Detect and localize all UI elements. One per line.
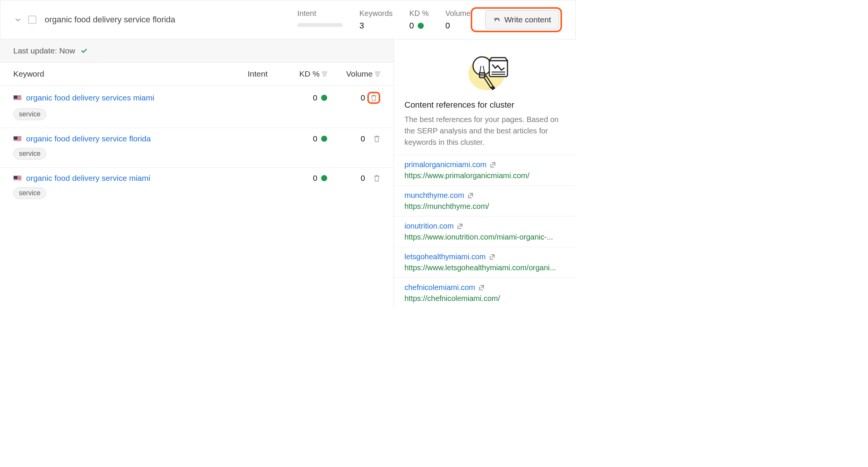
metric-volume-label: Volume <box>445 9 471 18</box>
reference-domain-text: munchthyme.com <box>404 191 464 200</box>
metric-keywords-label: Keywords <box>359 9 393 18</box>
references-panel: Content references for cluster The best … <box>394 39 576 308</box>
last-update-text: Last update: Now <box>13 46 75 55</box>
last-update-row: Last update: Now <box>0 39 393 63</box>
reference-item: munchthyme.com https://munchthyme.com/ <box>394 185 576 216</box>
keyword-link[interactable]: organic food delivery service florida <box>26 134 248 143</box>
metric-kd-num: 0 <box>409 21 414 31</box>
metric-kd-label: KD % <box>409 9 429 18</box>
reference-url: https://chefnicolemiami.com/ <box>404 294 565 303</box>
metrics-group: Intent Keywords 3 KD % 0 Volume 0 <box>297 9 471 31</box>
flag-us-icon <box>13 176 22 181</box>
write-content-label: Write content <box>504 15 551 24</box>
keywords-panel: Last update: Now Keyword Intent KD % Vol… <box>0 39 394 308</box>
keyword-tag[interactable]: service <box>13 187 46 199</box>
kd-dot-icon <box>321 175 327 181</box>
flag-us-icon <box>13 136 22 142</box>
table-row: organic food delivery services miami 0 0… <box>0 86 393 128</box>
cluster-header-row: organic food delivery service florida In… <box>0 0 576 39</box>
reference-domain-link[interactable]: chefnicolemiami.com <box>404 283 565 292</box>
metric-keywords: Keywords 3 <box>359 9 393 31</box>
arrow-right-icon <box>493 16 501 24</box>
keyword-tag[interactable]: service <box>13 108 46 120</box>
metric-intent-label: Intent <box>297 9 343 18</box>
col-kd-label: KD % <box>299 69 320 78</box>
check-icon <box>80 47 88 55</box>
keyword-link[interactable]: organic food delivery services miami <box>26 93 248 102</box>
volume-cell: 0 <box>327 134 365 143</box>
col-volume-label: Volume <box>346 69 373 78</box>
col-kd-header[interactable]: KD % <box>282 69 327 78</box>
sort-icon <box>322 72 327 76</box>
kd-cell: 0 <box>282 134 327 143</box>
kd-cell: 0 <box>282 174 327 183</box>
kd-dot-icon <box>321 95 327 101</box>
col-volume-header[interactable]: Volume <box>327 69 380 78</box>
reference-item: primalorganicmiami.com https://www.prima… <box>394 155 576 185</box>
kd-value: 0 <box>313 174 317 183</box>
chevron-down-icon[interactable] <box>14 16 22 24</box>
metric-keywords-value: 3 <box>359 21 393 31</box>
volume-cell: 0 <box>327 174 365 183</box>
highlight-trash <box>367 92 380 104</box>
external-link-icon <box>489 254 495 260</box>
keyword-tag[interactable]: service <box>13 148 46 160</box>
references-description: The best references for your pages. Base… <box>404 114 565 148</box>
metric-volume-value: 0 <box>445 21 471 31</box>
intent-bar <box>297 23 343 27</box>
reference-domain-link[interactable]: letsgohealthymiami.com <box>404 252 565 261</box>
flag-us-icon <box>13 95 22 101</box>
keyword-link[interactable]: organic food delivery service miami <box>26 174 248 183</box>
kd-value: 0 <box>313 134 317 143</box>
trash-icon[interactable] <box>373 174 380 182</box>
metric-intent: Intent <box>297 9 343 27</box>
kd-value: 0 <box>313 93 317 102</box>
reference-url: https://munchthyme.com/ <box>404 202 565 211</box>
write-content-button[interactable]: Write content <box>485 10 559 29</box>
kd-dot-icon <box>418 23 424 29</box>
select-cluster-checkbox[interactable] <box>28 16 36 24</box>
reference-domain-text: letsgohealthymiami.com <box>404 252 486 261</box>
reference-url: https://www.letsgohealthymiami.com/organ… <box>404 263 565 272</box>
table-header-row: Keyword Intent KD % Volume <box>0 63 393 86</box>
external-link-icon <box>478 285 484 291</box>
metric-volume: Volume 0 <box>445 9 471 31</box>
col-keyword-header[interactable]: Keyword <box>13 69 248 78</box>
reference-domain-link[interactable]: munchthyme.com <box>404 191 565 200</box>
table-row: organic food delivery service florida 0 … <box>0 128 393 168</box>
col-intent-header[interactable]: Intent <box>248 69 282 78</box>
reference-domain-text: chefnicolemiami.com <box>404 283 475 292</box>
metric-kd-value: 0 <box>409 21 429 31</box>
reference-domain-link[interactable]: ionutrition.com <box>404 222 565 230</box>
lightbulb-illustration <box>394 39 576 100</box>
reference-domain-text: ionutrition.com <box>404 222 454 230</box>
sort-icon <box>375 72 380 76</box>
reference-domain-link[interactable]: primalorganicmiami.com <box>404 160 565 169</box>
reference-url: https://www.ionutrition.com/miami-organi… <box>404 233 565 241</box>
reference-item: letsgohealthymiami.com https://www.letsg… <box>394 247 576 277</box>
trash-icon[interactable] <box>373 135 380 143</box>
reference-item: ionutrition.com https://www.ionutrition.… <box>394 216 576 247</box>
external-link-icon <box>457 223 463 229</box>
table-row: organic food delivery service miami 0 0 … <box>0 168 393 207</box>
reference-domain-text: primalorganicmiami.com <box>404 160 487 169</box>
reference-item: chefnicolemiami.com https://chefnicolemi… <box>394 277 576 308</box>
external-link-icon <box>490 162 496 168</box>
external-link-icon <box>467 193 473 199</box>
kd-dot-icon <box>321 136 327 142</box>
kd-cell: 0 <box>282 93 327 102</box>
metric-kd: KD % 0 <box>409 9 429 31</box>
highlight-write-content: Write content <box>471 7 562 32</box>
references-title: Content references for cluster <box>404 100 565 110</box>
reference-url: https://www.primalorganicmiami.com/ <box>404 171 565 180</box>
volume-cell: 0 <box>327 93 365 102</box>
trash-icon[interactable] <box>370 94 377 102</box>
cluster-name: organic food delivery service florida <box>45 15 297 25</box>
